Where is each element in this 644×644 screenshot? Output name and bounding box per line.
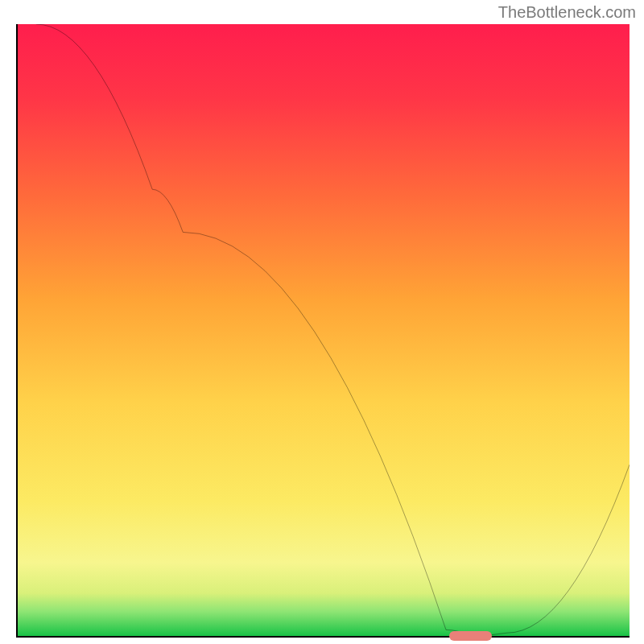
optimum-marker <box>449 631 492 641</box>
bottleneck-curve <box>18 24 630 636</box>
watermark-text: TheBottleneck.com <box>498 3 636 22</box>
plot-area <box>16 24 630 638</box>
